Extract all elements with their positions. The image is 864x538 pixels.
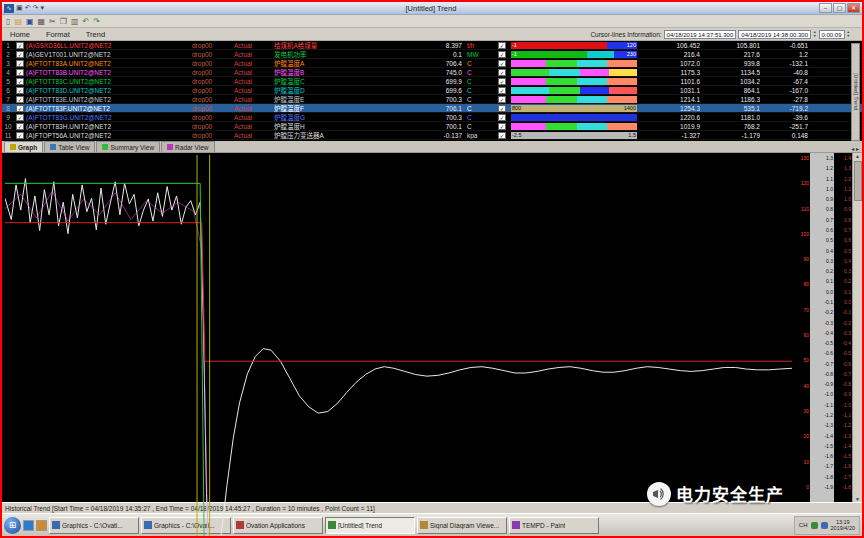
point-name[interactable]: (A)FTOTT83C.UNIT2@NET2 xyxy=(26,78,192,85)
scrollbar-thumb[interactable] xyxy=(854,161,862,201)
point-name[interactable]: (A)FTOTT83G.UNIT2@NET2 xyxy=(26,114,192,121)
table-row[interactable]: 2✓(A)GEV1T001.UNIT2@NET2drop00Actual发电机功… xyxy=(2,50,862,59)
point-description: 炉膛压力变送器A xyxy=(274,130,410,140)
maximize-button[interactable]: ▢ xyxy=(833,3,846,13)
scale-min: -1 xyxy=(512,51,517,58)
scroll-down-icon[interactable]: ▼ xyxy=(855,496,860,502)
row-checkbox[interactable]: ✓ xyxy=(16,114,24,121)
point-name[interactable]: (A)FTOPT56A.UNIT2@NET2 xyxy=(26,132,192,139)
point-name[interactable]: (A)FTOTT83E.UNIT2@NET2 xyxy=(26,96,192,103)
point-mode: Actual xyxy=(234,60,274,67)
tray-volume-icon[interactable] xyxy=(821,522,828,529)
qat-redo-icon[interactable]: ↷ xyxy=(33,4,39,12)
row-checkbox[interactable]: ✓ xyxy=(16,60,24,67)
row-checkbox-2[interactable]: ✓ xyxy=(498,132,506,139)
cursor2-time-field[interactable]: 04/18/2019 14:38:00.300 xyxy=(738,30,811,39)
row-checkbox[interactable]: ✓ xyxy=(16,87,24,94)
paste-icon[interactable]: ▥ xyxy=(71,17,79,26)
row-checkbox-2[interactable]: ✓ xyxy=(498,69,506,76)
table-row[interactable]: 7✓(A)FTOTT83E.UNIT2@NET2drop00Actual炉膛温度… xyxy=(2,95,862,104)
row-checkbox-2[interactable]: ✓ xyxy=(498,114,506,121)
point-name[interactable]: (A)FTOTT83F.UNIT2@NET2 xyxy=(26,105,192,112)
qat-save-icon[interactable]: ▣ xyxy=(16,4,23,12)
y-tick-red: 10 xyxy=(793,459,809,465)
table-row[interactable]: 11✓(A)FTOPT56A.UNIT2@NET2drop00Actual炉膛压… xyxy=(2,131,862,140)
point-value: 700.3 xyxy=(410,114,462,121)
y-tick-gray: 1.1 xyxy=(811,176,833,182)
minimize-button[interactable]: – xyxy=(819,3,832,13)
table-row[interactable]: 5✓(A)FTOTT83C.UNIT2@NET2drop00Actual炉膛温度… xyxy=(2,77,862,86)
row-checkbox[interactable]: ✓ xyxy=(16,105,24,112)
table-row[interactable]: 9✓(A)FTOTT83G.UNIT2@NET2drop00Actual炉膛温度… xyxy=(2,113,862,122)
point-name[interactable]: (A)GSXD36LL.UNIT2@NET2 xyxy=(26,42,192,49)
qat-undo-icon[interactable]: ↶ xyxy=(25,4,31,12)
y-tick-red2: -0.5 xyxy=(835,350,851,356)
print-icon[interactable]: ▦ xyxy=(38,17,46,26)
y-tick-red2: 1.2 xyxy=(835,176,851,182)
row-checkbox-2[interactable]: ✓ xyxy=(498,60,506,67)
cursor1-value: 1019.9 xyxy=(640,123,700,130)
row-checkbox-2[interactable]: ✓ xyxy=(498,78,506,85)
row-checkbox[interactable]: ✓ xyxy=(16,51,24,58)
table-row[interactable]: 8✓(A)FTOTT83F.UNIT2@NET2drop00Actual炉膛温度… xyxy=(2,104,862,113)
point-name[interactable]: (A)FTOTT83D.UNIT2@NET2 xyxy=(26,87,192,94)
delta-spinner[interactable]: ▲▼ xyxy=(847,30,850,38)
table-row[interactable]: 3✓(A)FTOTT83A.UNIT2@NET2drop00Actual炉膛温度… xyxy=(2,59,862,68)
tab-scroll-arrows[interactable]: ◂ ▸ xyxy=(851,145,862,152)
tab-radar-view[interactable]: Radar View xyxy=(161,141,214,152)
scale-max: 120 xyxy=(627,42,636,49)
table-row[interactable]: 10✓(A)FTOTT83H.UNIT2@NET2drop00Actual炉膛温… xyxy=(2,122,862,131)
y-tick-gray: -0.4 xyxy=(811,330,833,336)
row-checkbox[interactable]: ✓ xyxy=(16,123,24,130)
row-checkbox-2[interactable]: ✓ xyxy=(498,123,506,130)
copy-icon[interactable]: ❐ xyxy=(60,17,67,26)
table-row[interactable]: 1✓(A)GSXD36LL.UNIT2@NET2drop00Actual给煤机A… xyxy=(2,41,862,50)
tray-status-icon[interactable] xyxy=(811,522,818,529)
row-checkbox-2[interactable]: ✓ xyxy=(498,51,506,58)
cursor1-time-field[interactable]: 04/18/2019 14:37:51.300 xyxy=(664,30,737,39)
cursor-spinner[interactable]: ▲▼ xyxy=(813,30,816,38)
menu-format[interactable]: Format xyxy=(38,30,78,39)
cursor2-value: 1186.3 xyxy=(700,96,760,103)
menu-trend[interactable]: Trend xyxy=(78,30,113,39)
scroll-up-icon[interactable]: ▲ xyxy=(855,153,860,159)
undo-icon[interactable]: ↶ xyxy=(83,17,90,26)
point-name[interactable]: (A)FTOTT83A.UNIT2@NET2 xyxy=(26,60,192,67)
redo-icon[interactable]: ↷ xyxy=(93,17,100,26)
row-checkbox-2[interactable]: ✓ xyxy=(498,105,506,112)
point-name[interactable]: (A)GEV1T001.UNIT2@NET2 xyxy=(26,51,192,58)
open-folder-icon[interactable]: ▤ xyxy=(14,17,22,26)
tab-graph[interactable]: Graph xyxy=(4,141,43,152)
row-checkbox[interactable]: ✓ xyxy=(16,78,24,85)
row-checkbox[interactable]: ✓ xyxy=(16,132,24,139)
point-name[interactable]: (A)FTOTT83H.UNIT2@NET2 xyxy=(26,123,192,130)
close-button[interactable]: ✕ xyxy=(847,3,860,13)
row-checkbox-2[interactable]: ✓ xyxy=(498,87,506,94)
tab-summary-view[interactable]: Summary View xyxy=(96,141,160,152)
y-tick-gray: 1.2 xyxy=(811,165,833,171)
point-name[interactable]: (A)FTOTT83B.UNIT2@NET2 xyxy=(26,69,192,76)
menu-home[interactable]: Home xyxy=(2,30,38,39)
language-indicator[interactable]: CH xyxy=(799,522,808,528)
row-checkbox[interactable]: ✓ xyxy=(16,96,24,103)
new-doc-icon[interactable]: ▯ xyxy=(6,17,10,26)
side-vertical-tab[interactable]: [Untitled] Trend xyxy=(851,43,860,141)
row-checkbox[interactable]: ✓ xyxy=(16,69,24,76)
table-row[interactable]: 6✓(A)FTOTT83D.UNIT2@NET2drop00Actual炉膛温度… xyxy=(2,86,862,95)
save-icon[interactable]: ▣ xyxy=(26,17,34,26)
row-checkbox-2[interactable]: ✓ xyxy=(498,96,506,103)
point-value: 745.0 xyxy=(410,69,462,76)
spin-down-icon[interactable]: ▼ xyxy=(847,34,850,38)
chart-vertical-scrollbar[interactable]: ▲ ▼ xyxy=(852,153,862,502)
cut-icon[interactable]: ✂ xyxy=(49,17,56,26)
row-checkbox-2[interactable]: ✓ xyxy=(498,42,506,49)
scale-band: -1230 xyxy=(511,51,637,58)
point-unit: C xyxy=(464,78,496,85)
spin-down-icon[interactable]: ▼ xyxy=(813,34,816,38)
y-tick-gray: 0.0 xyxy=(811,289,833,295)
tab-table-view[interactable]: Table View xyxy=(44,141,95,152)
table-row[interactable]: 4✓(A)FTOTT83B.UNIT2@NET2drop00Actual炉膛温度… xyxy=(2,68,862,77)
cursor-delta-field[interactable]: 0:00:09 xyxy=(819,30,845,39)
row-checkbox[interactable]: ✓ xyxy=(16,42,24,49)
taskbar-clock[interactable]: 13:19 2019/4/20 xyxy=(831,519,855,531)
